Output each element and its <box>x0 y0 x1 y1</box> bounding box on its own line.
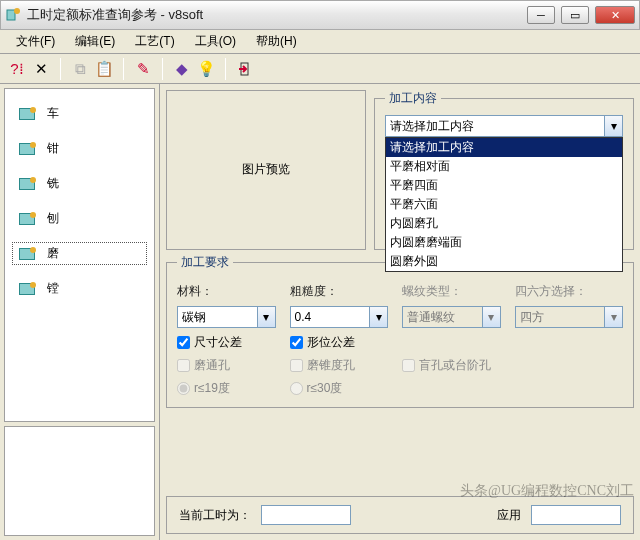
window-title: 工时定额标准查询参考 - v8soft <box>27 6 521 24</box>
apply-label: 应用 <box>497 507 521 524</box>
material-select[interactable]: 碳钢▾ <box>177 306 276 328</box>
dropdown-option[interactable]: 内圆磨孔 <box>386 214 622 233</box>
dropdown-option[interactable]: 内圆磨磨端面 <box>386 233 622 252</box>
sidebar-lower-panel <box>4 426 155 536</box>
processing-select-value: 请选择加工内容 <box>390 118 474 135</box>
book-icon <box>19 283 35 295</box>
square-select: 四方▾ <box>515 306 623 328</box>
menu-tools[interactable]: 工具(O) <box>187 31 244 52</box>
chevron-down-icon: ▾ <box>604 116 622 136</box>
thread-label: 螺纹类型： <box>402 283 501 300</box>
menu-edit[interactable]: 编辑(E) <box>67 31 123 52</box>
current-time-label: 当前工时为： <box>179 507 251 524</box>
menu-help[interactable]: 帮助(H) <box>248 31 305 52</box>
book-icon <box>19 248 35 260</box>
maximize-button[interactable]: ▭ <box>561 6 589 24</box>
footer-bar: 当前工时为： 应用 <box>166 496 634 534</box>
app-icon <box>5 7 21 23</box>
book-icon[interactable]: ◆ <box>171 58 193 80</box>
title-bar: 工时定额标准查询参考 - v8soft ─ ▭ ✕ <box>0 0 640 30</box>
menu-bar: 文件(F) 编辑(E) 工艺(T) 工具(O) 帮助(H) <box>0 30 640 54</box>
requirements-legend: 加工要求 <box>177 254 233 271</box>
exit-icon[interactable] <box>234 58 256 80</box>
minimize-button[interactable]: ─ <box>527 6 555 24</box>
sidebar-item[interactable]: 刨 <box>13 208 146 229</box>
svg-rect-0 <box>7 10 15 20</box>
wand-icon[interactable]: ✎ <box>132 58 154 80</box>
preview-box: 图片预览 <box>166 90 366 250</box>
toolbar: ?⁞ ✕ ⧉ 📋 ✎ ◆ 💡 <box>0 54 640 84</box>
square-label: 四六方选择： <box>515 283 623 300</box>
processing-legend: 加工内容 <box>385 90 441 107</box>
processing-select[interactable]: 请选择加工内容 ▾ <box>385 115 623 137</box>
chevron-down-icon: ▾ <box>257 307 275 327</box>
angle19-radio: r≤19度 <box>177 380 276 397</box>
roughness-label: 粗糙度： <box>290 283 389 300</box>
sidebar-item-label: 镗 <box>47 280 59 297</box>
taper-hole-checkbox: 磨锥度孔 <box>290 357 389 374</box>
preview-caption: 图片预览 <box>242 161 290 178</box>
sidebar-item-label: 刨 <box>47 210 59 227</box>
chevron-down-icon: ▾ <box>604 307 622 327</box>
dropdown-option[interactable]: 平磨相对面 <box>386 157 622 176</box>
sidebar: 车 钳 铣 刨 磨 镗 <box>0 84 160 540</box>
sidebar-item[interactable]: 铣 <box>13 173 146 194</box>
dropdown-option[interactable]: 平磨四面 <box>386 176 622 195</box>
main-panel: 图片预览 加工内容 请选择加工内容 ▾ 请选择加工内容 平磨相对面 平磨四面 平… <box>160 84 640 540</box>
delete-icon[interactable]: ✕ <box>30 58 52 80</box>
menu-process[interactable]: 工艺(T) <box>127 31 182 52</box>
dropdown-option[interactable]: 平磨六面 <box>386 195 622 214</box>
book-icon <box>19 213 35 225</box>
menu-file[interactable]: 文件(F) <box>8 31 63 52</box>
close-button[interactable]: ✕ <box>595 6 635 24</box>
question-icon[interactable]: ?⁞ <box>6 58 28 80</box>
book-icon <box>19 143 35 155</box>
svg-point-1 <box>14 8 20 14</box>
processing-content-group: 加工内容 请选择加工内容 ▾ 请选择加工内容 平磨相对面 平磨四面 平磨六面 内… <box>374 90 634 250</box>
sidebar-item-label: 铣 <box>47 175 59 192</box>
thread-select: 普通螺纹▾ <box>402 306 501 328</box>
chevron-down-icon: ▾ <box>369 307 387 327</box>
sidebar-item-selected[interactable]: 磨 <box>13 243 146 264</box>
sidebar-item[interactable]: 钳 <box>13 138 146 159</box>
blind-hole-checkbox: 盲孔或台阶孔 <box>402 357 623 374</box>
sidebar-item[interactable]: 镗 <box>13 278 146 299</box>
sidebar-item[interactable]: 车 <box>13 103 146 124</box>
paste-icon[interactable]: 📋 <box>93 58 115 80</box>
book-icon <box>19 178 35 190</box>
dim-tolerance-checkbox[interactable]: 尺寸公差 <box>177 334 276 351</box>
dropdown-option[interactable]: 圆磨外圆 <box>386 252 622 271</box>
apply-field[interactable] <box>531 505 621 525</box>
sidebar-item-label: 车 <box>47 105 59 122</box>
dropdown-option[interactable]: 请选择加工内容 <box>386 138 622 157</box>
bulb-icon[interactable]: 💡 <box>195 58 217 80</box>
geo-tolerance-checkbox[interactable]: 形位公差 <box>290 334 389 351</box>
requirements-group: 加工要求 材料： 粗糙度： 螺纹类型： 四六方选择： 碳钢▾ 0.4▾ 普通螺纹… <box>166 254 634 408</box>
angle30-radio: r≤30度 <box>290 380 389 397</box>
sidebar-item-label: 钳 <box>47 140 59 157</box>
current-time-field[interactable] <box>261 505 351 525</box>
book-icon <box>19 108 35 120</box>
roughness-select[interactable]: 0.4▾ <box>290 306 389 328</box>
processing-dropdown[interactable]: 请选择加工内容 平磨相对面 平磨四面 平磨六面 内圆磨孔 内圆磨磨端面 圆磨外圆 <box>385 137 623 272</box>
material-label: 材料： <box>177 283 276 300</box>
thru-hole-checkbox: 磨通孔 <box>177 357 276 374</box>
chevron-down-icon: ▾ <box>482 307 500 327</box>
copy-icon[interactable]: ⧉ <box>69 58 91 80</box>
category-list: 车 钳 铣 刨 磨 镗 <box>4 88 155 422</box>
sidebar-item-label: 磨 <box>47 245 59 262</box>
